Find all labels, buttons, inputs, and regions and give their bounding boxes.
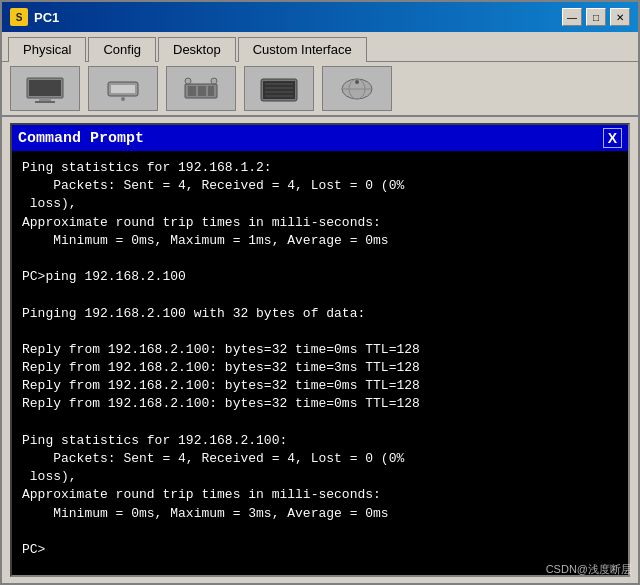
- svg-rect-10: [208, 86, 214, 96]
- cmd-line: PC>ping 192.168.2.100: [22, 268, 618, 286]
- command-prompt-body[interactable]: Ping statistics for 192.168.1.2: Packets…: [12, 151, 628, 575]
- cmd-line: Ping statistics for 192.168.1.2:: [22, 159, 618, 177]
- device-icon-1[interactable]: [10, 66, 80, 111]
- svg-point-12: [211, 78, 217, 84]
- svg-point-22: [355, 80, 359, 84]
- window-icon: S: [10, 8, 28, 26]
- nav-tabs: Physical Config Desktop Custom Interface: [2, 32, 638, 62]
- svg-rect-2: [39, 98, 51, 101]
- cmd-blank-line: [22, 523, 618, 541]
- cmd-line: Minimum = 0ms, Maximum = 3ms, Average = …: [22, 505, 618, 523]
- device-icon-4[interactable]: [244, 66, 314, 111]
- device-icon-5[interactable]: [322, 66, 392, 111]
- cmd-line: Packets: Sent = 4, Received = 4, Lost = …: [22, 450, 618, 468]
- tab-physical[interactable]: Physical: [8, 37, 86, 62]
- command-prompt-container: Command Prompt X Ping statistics for 192…: [2, 117, 638, 583]
- cmd-line: Approximate round trip times in milli-se…: [22, 486, 618, 504]
- svg-rect-1: [29, 80, 61, 96]
- tab-custom-interface[interactable]: Custom Interface: [238, 37, 367, 62]
- tab-desktop[interactable]: Desktop: [158, 37, 236, 62]
- cmd-line: Minimum = 0ms, Maximum = 1ms, Average = …: [22, 232, 618, 250]
- cmd-line: loss),: [22, 195, 618, 213]
- command-prompt-close-button[interactable]: X: [603, 128, 622, 148]
- maximize-button[interactable]: □: [586, 8, 606, 26]
- cmd-line: loss),: [22, 468, 618, 486]
- main-window: S PC1 — □ ✕ Physical Config Desktop Cust…: [0, 0, 640, 585]
- svg-point-11: [185, 78, 191, 84]
- svg-rect-8: [188, 86, 196, 96]
- close-button[interactable]: ✕: [610, 8, 630, 26]
- command-prompt-titlebar: Command Prompt X: [12, 125, 628, 151]
- window-title: PC1: [34, 10, 562, 25]
- cmd-blank-line: [22, 250, 618, 268]
- cmd-blank-line: [22, 286, 618, 304]
- command-prompt-window: Command Prompt X Ping statistics for 192…: [10, 123, 630, 577]
- cmd-line: Reply from 192.168.2.100: bytes=32 time=…: [22, 377, 618, 395]
- svg-rect-5: [111, 85, 135, 93]
- title-bar-buttons: — □ ✕: [562, 8, 630, 26]
- title-bar: S PC1 — □ ✕: [2, 2, 638, 32]
- svg-rect-9: [198, 86, 206, 96]
- cmd-blank-line: [22, 323, 618, 341]
- svg-point-6: [121, 97, 125, 101]
- device-icon-3[interactable]: [166, 66, 236, 111]
- command-prompt-title: Command Prompt: [18, 130, 144, 147]
- minimize-button[interactable]: —: [562, 8, 582, 26]
- svg-rect-3: [35, 101, 55, 103]
- cmd-line: Packets: Sent = 4, Received = 4, Lost = …: [22, 177, 618, 195]
- cmd-line: Ping statistics for 192.168.2.100:: [22, 432, 618, 450]
- cmd-line: Approximate round trip times in milli-se…: [22, 214, 618, 232]
- device-icons-bar: [2, 62, 638, 117]
- cmd-line: PC>: [22, 541, 618, 559]
- device-icon-2[interactable]: [88, 66, 158, 111]
- cmd-line: Reply from 192.168.2.100: bytes=32 time=…: [22, 395, 618, 413]
- cmd-blank-line: [22, 414, 618, 432]
- tab-config[interactable]: Config: [88, 37, 156, 62]
- cmd-line: Reply from 192.168.2.100: bytes=32 time=…: [22, 359, 618, 377]
- cmd-line: Reply from 192.168.2.100: bytes=32 time=…: [22, 341, 618, 359]
- cmd-line: Pinging 192.168.2.100 with 32 bytes of d…: [22, 305, 618, 323]
